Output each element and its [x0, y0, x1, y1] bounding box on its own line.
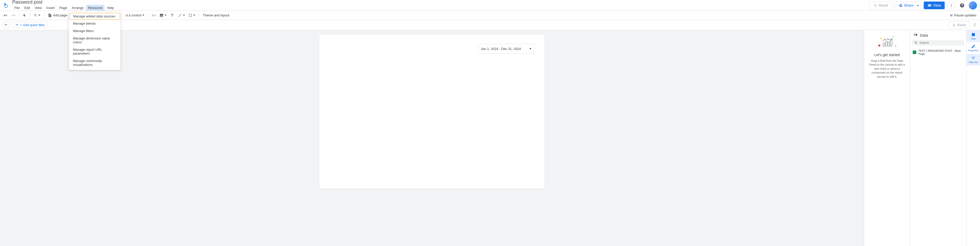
report-canvas[interactable]: Jan 1, 2024 - Dec 31, 2024: [319, 35, 544, 188]
svg-point-9: [893, 36, 894, 37]
menu-resource[interactable]: Resource: [86, 5, 104, 11]
data-search-box[interactable]: [912, 40, 964, 46]
share-label: Share: [904, 3, 913, 8]
add-page-label: Add page: [53, 13, 67, 17]
search-icon: [914, 41, 918, 45]
chevron-down-icon: [917, 5, 919, 6]
chevron-down-icon: [164, 14, 167, 16]
person-add-icon: [898, 3, 902, 8]
menu-page[interactable]: Page: [57, 5, 69, 11]
menu-help[interactable]: Help: [105, 5, 116, 11]
cursor-icon: [23, 14, 26, 17]
menu-arrange[interactable]: Arrange: [70, 5, 86, 11]
data-panel-title: Data: [920, 33, 928, 37]
svg-point-4: [951, 6, 952, 7]
text-icon: [170, 13, 174, 18]
rail-properties-tab[interactable]: Properties: [966, 42, 980, 54]
dropdown-manage-data-sources[interactable]: Manage added data sources: [69, 13, 120, 20]
rail-data-tab[interactable]: Data: [966, 30, 980, 42]
rail-properties-label: Properties: [968, 49, 978, 52]
text-button[interactable]: [169, 12, 176, 18]
canvas-more-button[interactable]: [972, 22, 978, 29]
svg-rect-5: [189, 14, 192, 16]
add-page-button[interactable]: Add page: [46, 12, 69, 18]
reset-button[interactable]: Reset: [870, 2, 892, 9]
line-icon: [178, 13, 182, 18]
view-button[interactable]: View: [924, 2, 945, 9]
menu-insert[interactable]: Insert: [44, 5, 57, 11]
data-icon: [971, 32, 976, 37]
svg-point-2: [951, 4, 952, 5]
get-started-panel: Let's get started Drag a field from the …: [864, 30, 910, 246]
data-source-item[interactable]: TEST | PASSWORD POST - Main Page: [910, 48, 966, 57]
data-source-label: TEST | PASSWORD POST - Main Page: [918, 49, 964, 55]
svg-point-11: [895, 46, 896, 46]
dropdown-manage-filters[interactable]: Manage filters: [69, 27, 121, 35]
canvas-reset-button[interactable]: Reset: [948, 21, 970, 29]
right-rail: Data Properties Filter bar: [966, 30, 980, 246]
filter-icon: [4, 23, 8, 27]
add-quick-filter-button[interactable]: + Add quick filter: [12, 22, 48, 28]
chevron-down-icon: [183, 14, 185, 16]
add-control-button-partial[interactable]: d a control: [124, 12, 146, 18]
filter-button[interactable]: [2, 21, 10, 29]
filter-add-icon: [15, 23, 19, 27]
menu-view[interactable]: View: [32, 5, 44, 11]
svg-point-12: [878, 45, 880, 46]
chart-illustration-icon: [877, 34, 897, 50]
url-embed-button[interactable]: [150, 12, 158, 18]
looker-studio-logo[interactable]: [3, 2, 9, 8]
menu-edit[interactable]: Edit: [22, 5, 32, 11]
svg-point-1: [5, 5, 8, 8]
redo-icon: [11, 13, 15, 18]
svg-point-8: [975, 26, 975, 26]
pause-updates-button[interactable]: Pause updates: [948, 12, 978, 18]
selection-tool[interactable]: [21, 13, 28, 18]
page-add-icon: [48, 13, 52, 18]
get-started-desc: Drag a field from the Data Panel to the …: [867, 59, 907, 79]
chevron-down-icon: [142, 14, 144, 16]
pencil-icon: [971, 44, 976, 49]
chevron-down-icon: [38, 14, 40, 16]
image-button[interactable]: [158, 12, 168, 18]
view-label: View: [933, 3, 941, 8]
shape-button[interactable]: [187, 13, 197, 18]
zoom-button[interactable]: [32, 13, 42, 18]
add-quick-filter-label: + Add quick filter: [20, 23, 45, 27]
svg-point-7: [975, 24, 975, 25]
menu-file[interactable]: File: [12, 5, 22, 11]
svg-rect-13: [883, 43, 885, 46]
theme-layout-button[interactable]: Theme and layout: [201, 12, 231, 18]
help-icon: [959, 3, 965, 8]
code-icon: [152, 13, 156, 18]
svg-point-18: [888, 39, 888, 40]
more-options-button[interactable]: [947, 1, 955, 10]
rail-filterbar-tab[interactable]: Filter bar: [966, 54, 980, 65]
canvas-area[interactable]: Jan 1, 2024 - Dec 31, 2024: [0, 30, 864, 246]
dropdown-manage-blends[interactable]: Manage blends: [69, 20, 121, 27]
data-search-input[interactable]: [920, 41, 962, 45]
theme-layout-label: Theme and layout: [203, 13, 229, 17]
date-range-control[interactable]: Jan 1, 2024 - Dec 31, 2024: [478, 44, 534, 54]
redo-button[interactable]: [10, 12, 17, 18]
doc-title[interactable]: Password post: [12, 0, 116, 5]
line-button[interactable]: [176, 12, 186, 18]
svg-rect-20: [972, 33, 975, 36]
share-dropdown-button[interactable]: [915, 2, 921, 9]
user-avatar[interactable]: [969, 1, 977, 10]
undo-button[interactable]: [2, 12, 9, 18]
pause-icon: [950, 14, 953, 17]
sheets-icon: [913, 51, 916, 54]
svg-point-19: [891, 38, 891, 39]
dropdown-manage-dimension-colors[interactable]: Manage dimension value colors: [69, 35, 121, 46]
data-panel-icon: [913, 33, 918, 37]
resource-dropdown: Manage added data sources Manage blends …: [69, 11, 121, 70]
chevron-down-icon: [193, 14, 195, 16]
help-button[interactable]: [958, 1, 966, 10]
more-vert-icon: [973, 22, 977, 27]
share-button[interactable]: Share: [894, 2, 917, 9]
dropdown-manage-url-params[interactable]: Manage report URL parameters: [69, 46, 121, 57]
svg-point-10: [880, 38, 881, 39]
get-started-title: Let's get started: [874, 53, 900, 57]
dropdown-manage-community-viz[interactable]: Manage community visualizations: [69, 57, 121, 69]
